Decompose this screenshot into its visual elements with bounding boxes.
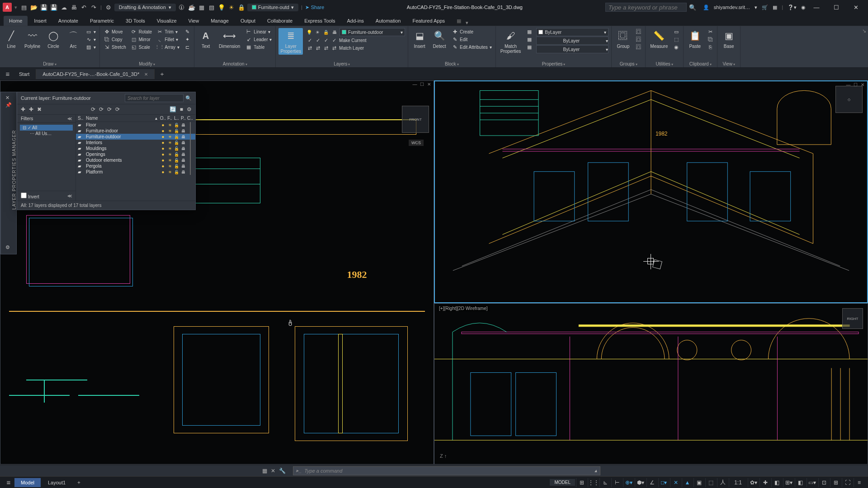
new-tab-button[interactable]: ＋ xyxy=(155,68,170,80)
group-tool[interactable]: ⿴ xyxy=(634,43,642,51)
viewport-iso[interactable]: — ☐ ✕ xyxy=(434,80,868,303)
workspace-icon[interactable]: ✚ xyxy=(760,478,770,487)
color-swatch[interactable] xyxy=(187,122,193,127)
line-button[interactable]: ╱Line xyxy=(3,28,20,50)
erase-button[interactable]: ✎ xyxy=(183,28,191,35)
clip-tool[interactable]: ⎘ xyxy=(706,43,714,51)
layer-properties-button[interactable]: ≣Layer Properties xyxy=(278,28,303,55)
hwaccel-icon[interactable]: ⊞ xyxy=(830,478,841,487)
sun-icon[interactable]: ☀ xyxy=(166,135,173,139)
col-lock[interactable]: L.. xyxy=(173,116,180,121)
bulb-icon[interactable]: ● xyxy=(160,169,166,174)
help-icon[interactable]: ❔▾ xyxy=(788,5,797,10)
qat-new-icon[interactable]: ▤ xyxy=(20,3,28,11)
isolate-icon[interactable]: ⊡ xyxy=(818,478,829,487)
sun-icon[interactable]: ☀ xyxy=(166,123,173,127)
layer-row[interactable]: ▰ Interiors ● ☀ 🔓 🖶 xyxy=(76,140,195,145)
app-logo[interactable]: A xyxy=(3,3,12,12)
tab-view[interactable]: View xyxy=(183,16,205,26)
viewport-label[interactable]: [+][Right][2D Wireframe] xyxy=(437,305,490,311)
layer-row[interactable]: ▰ Furniture-outdoor ● ☀ 🔓 🖶 xyxy=(76,134,195,140)
rotate-button[interactable]: ⟳Rotate xyxy=(130,28,153,35)
lock-icon[interactable]: 🔓 xyxy=(173,158,180,163)
qat-sun-icon[interactable]: ☀ xyxy=(227,3,236,11)
tab-insert[interactable]: Insert xyxy=(28,16,52,26)
lock-icon[interactable]: 🔓 xyxy=(173,129,180,133)
edit-attributes-button[interactable]: ✎Edit Attributes ▾ xyxy=(451,43,493,51)
customize-icon[interactable]: ≡ xyxy=(854,478,864,487)
layer-state-icon[interactable]: ⟳ xyxy=(115,106,120,113)
ribbon-collapse-icon[interactable]: ▾ xyxy=(466,20,468,26)
lineweight-combo[interactable]: ByLayer▾ xyxy=(536,37,609,45)
qat-undo-icon[interactable]: ↶ xyxy=(80,3,88,11)
units-icon[interactable]: ⊞▾ xyxy=(783,478,794,487)
plot-icon[interactable]: 🖶 xyxy=(180,123,187,127)
mirror-button[interactable]: ◫Mirror xyxy=(130,36,153,43)
fillet-button[interactable]: ◟Fillet ▾ xyxy=(156,36,180,43)
lock-icon[interactable]: 🔓 xyxy=(173,135,180,139)
copy-clip-button[interactable]: ⿻ xyxy=(706,36,714,43)
command-history-up-icon[interactable]: ▴ xyxy=(594,468,597,474)
assist-icon[interactable]: ◉ xyxy=(801,5,806,10)
trim-button[interactable]: ✂Trim ▾ xyxy=(156,28,180,35)
options-icon[interactable]: ⚙ xyxy=(5,244,10,250)
layer-panel-strip[interactable]: ✕ 📌 LAYER PROPERTIES MANAGER ⚙ xyxy=(0,92,17,254)
stretch-button[interactable]: ⇲Stretch xyxy=(103,43,127,51)
draw-misc-button[interactable]: ▨▾ xyxy=(85,43,97,51)
cycling-icon[interactable]: ⬚ xyxy=(705,478,716,487)
move-button[interactable]: ✥Move xyxy=(103,28,127,35)
explode-button[interactable]: ✦ xyxy=(183,36,191,43)
color-combo[interactable]: ByLayer▾ xyxy=(536,28,609,36)
panel-clipboard-title[interactable]: Clipboard xyxy=(686,61,714,67)
col-name[interactable]: Name xyxy=(86,116,155,121)
match-layer-button[interactable]: ⇄⇄⇄⇄ Match Layer xyxy=(306,44,405,52)
arc-button[interactable]: ⌒Arc xyxy=(65,28,82,50)
ribbon-grip-icon[interactable]: ▦ xyxy=(455,16,463,26)
ortho-icon[interactable]: ⊢ xyxy=(611,478,622,487)
create-block-button[interactable]: ✚Create xyxy=(451,28,493,35)
tab-featuredapps[interactable]: Featured Apps xyxy=(407,16,450,26)
col-plot[interactable]: P.. xyxy=(180,116,187,121)
command-input[interactable]: ▸_ Type a command ▴ xyxy=(293,466,600,475)
plot-icon[interactable]: 🖶 xyxy=(180,135,187,139)
util-tool[interactable]: ⬚ xyxy=(672,36,680,43)
layout-menu-icon[interactable]: ≡ xyxy=(4,478,14,488)
tab-automation[interactable]: Automation xyxy=(370,16,406,26)
tab-visualize[interactable]: Visualize xyxy=(151,16,182,26)
viewport-right[interactable]: [+][Right][2D Wireframe] xyxy=(434,303,868,465)
group-tool[interactable]: ⿴ xyxy=(634,28,642,35)
bulb-icon[interactable]: ● xyxy=(160,152,166,157)
lock-icon[interactable]: 🔓 xyxy=(173,164,180,169)
linetype-combo[interactable]: ByLayer▾ xyxy=(536,45,609,53)
lock-icon[interactable]: 🔓 xyxy=(173,170,180,174)
qat-icon[interactable]: ▧ xyxy=(208,3,216,11)
qat-webmobile-icon[interactable]: ☁ xyxy=(60,3,68,11)
filter-all-used[interactable]: ⋯ All Us… xyxy=(20,131,73,136)
qat-icon[interactable]: ▦ xyxy=(198,3,206,11)
color-swatch[interactable] xyxy=(187,128,193,133)
offset-button[interactable]: ⊏ xyxy=(183,43,191,51)
share-button[interactable]: ➤ Share xyxy=(305,5,324,10)
username[interactable]: shiyamdev.srit… xyxy=(714,5,750,10)
bulb-icon[interactable]: ● xyxy=(160,134,166,139)
color-swatch[interactable] xyxy=(187,164,193,169)
minimize-button[interactable]: — xyxy=(807,0,826,14)
qat-lock-icon[interactable]: 🔒 xyxy=(237,3,245,11)
settings-icon[interactable]: ⚙ xyxy=(187,106,192,113)
layer-state-icon[interactable]: ⟳ xyxy=(91,106,95,113)
tab-3dtools[interactable]: 3D Tools xyxy=(120,16,151,26)
layer-tool-icon[interactable]: 💡 xyxy=(306,29,313,35)
plot-icon[interactable]: 🖶 xyxy=(180,152,187,157)
panel-annotation-title[interactable]: Annotation xyxy=(197,61,273,67)
col-on[interactable]: O.. xyxy=(160,116,166,121)
new-layer-icon[interactable]: ✚ xyxy=(21,106,25,113)
leader-button[interactable]: ↙Leader ▾ xyxy=(245,36,273,43)
layer-row[interactable]: ▰ Pergola ● ☀ 🔓 🖶 xyxy=(76,163,195,169)
layer-tool-icon[interactable]: 🖶 xyxy=(331,29,338,35)
qat-open-icon[interactable]: 📂 xyxy=(30,3,38,11)
sun-icon[interactable]: ☀ xyxy=(166,141,173,145)
util-tool[interactable]: ▭ xyxy=(672,28,680,35)
panel-block-title[interactable]: Block xyxy=(411,61,493,67)
tab-addins[interactable]: Add-ins xyxy=(342,16,369,26)
table-button[interactable]: ▦Table xyxy=(245,43,273,51)
